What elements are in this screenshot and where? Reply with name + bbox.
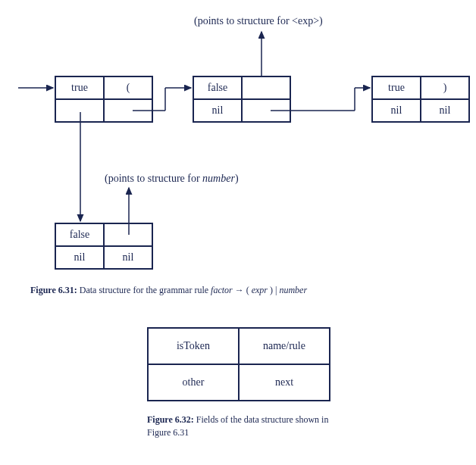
annotation-number: (points to structure for number) <box>105 173 239 185</box>
figure-632-caption: Figure 6.32: Fields of the data structur… <box>147 414 344 439</box>
cell-other: nil <box>193 99 242 122</box>
cell-other: nil <box>372 99 421 122</box>
cell-other: nil <box>55 246 104 269</box>
cell-isToken: false <box>55 223 104 246</box>
cell-isToken: true <box>55 76 104 99</box>
node-a: true ( <box>55 76 153 123</box>
cell-next: nil <box>104 246 152 269</box>
field-isToken: isToken <box>148 328 239 364</box>
cell-name: ( <box>104 76 152 99</box>
cell-name: ) <box>421 76 469 99</box>
cell-name <box>242 76 290 99</box>
cell-isToken: true <box>372 76 421 99</box>
cell-name <box>104 223 152 246</box>
node-d: false nil nil <box>55 223 153 270</box>
diagram-canvas: (points to structure for <exp>) true ( f… <box>0 0 476 465</box>
cell-isToken: false <box>193 76 242 99</box>
node-c: true ) nil nil <box>371 76 470 123</box>
fields-box: isToken name/rule other next <box>147 327 330 401</box>
cell-next <box>104 99 152 122</box>
node-b: false nil <box>193 76 291 123</box>
annotation-exp: (points to structure for <exp>) <box>194 15 323 27</box>
field-name-rule: name/rule <box>239 328 330 364</box>
field-next: next <box>239 364 330 401</box>
cell-next <box>242 99 290 122</box>
field-other: other <box>148 364 239 401</box>
cell-other <box>55 99 104 122</box>
figure-631-caption: Figure 6.31: Data structure for the gram… <box>30 285 455 296</box>
cell-next: nil <box>421 99 469 122</box>
